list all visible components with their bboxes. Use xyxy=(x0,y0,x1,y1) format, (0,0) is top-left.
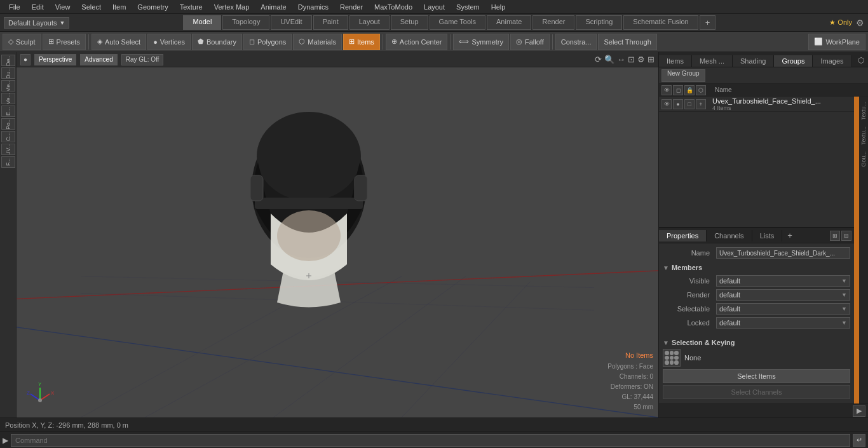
menu-edit[interactable]: Edit xyxy=(27,2,49,12)
select-through-button[interactable]: Select Through xyxy=(598,34,656,50)
menu-view[interactable]: View xyxy=(50,2,76,12)
sculpt-button[interactable]: ◇ Sculpt xyxy=(3,34,41,50)
boundary-button[interactable]: ⬟ Boundary xyxy=(192,34,242,50)
left-panel-item-7[interactable]: UV... xyxy=(1,144,15,155)
rp-tab-shading[interactable]: Shading xyxy=(733,55,774,67)
menu-system[interactable]: System xyxy=(451,2,485,12)
gear-icon[interactable]: ⚙ xyxy=(856,18,864,28)
rvt-item-0[interactable]: Textu... xyxy=(860,99,867,123)
left-panel-item-6[interactable]: C... xyxy=(1,131,15,142)
rp-expand-button[interactable]: ▶ xyxy=(853,405,865,417)
group-item-0[interactable]: 👁 ● □ + Uvex_Turboshield_Face_Shield_...… xyxy=(659,97,854,112)
menu-maxtomodo[interactable]: MaxToModo xyxy=(369,2,417,12)
menu-dynamics[interactable]: Dynamics xyxy=(293,2,334,12)
tab-layout[interactable]: Layout xyxy=(349,15,390,30)
falloff-button[interactable]: ◎ Falloff xyxy=(510,34,550,50)
col-lock-icon[interactable]: 🔒 xyxy=(684,85,695,95)
prop-render-dropdown[interactable]: default ▼ xyxy=(716,289,850,301)
menu-layout[interactable]: Layout xyxy=(419,2,450,12)
menu-select[interactable]: Select xyxy=(76,2,106,12)
vp-raygl[interactable]: Ray GL: Off xyxy=(121,54,164,65)
constraints-button[interactable]: Constra... xyxy=(555,34,597,50)
tab-animate[interactable]: Animate xyxy=(487,15,531,30)
presets-button[interactable]: ⊞ Presets xyxy=(43,34,86,50)
tab-schematicfusion[interactable]: Schematic Fusion xyxy=(623,15,698,30)
left-panel-item-2[interactable]: Me... xyxy=(1,80,15,92)
select-items-button[interactable]: Select Items xyxy=(663,369,850,383)
prop-locked-dropdown[interactable]: default ▼ xyxy=(716,317,850,329)
auto-select-button[interactable]: ◈ Auto Select xyxy=(92,34,146,50)
viewport-zoom-icon[interactable]: 🔍 xyxy=(604,55,614,64)
vp-perspective[interactable]: Perspective xyxy=(34,54,76,65)
prop-visible-dropdown[interactable]: default ▼ xyxy=(716,275,850,287)
rp-tab-images[interactable]: Images xyxy=(813,55,851,67)
command-input[interactable] xyxy=(11,434,850,447)
tab-topology[interactable]: Topology xyxy=(222,15,269,30)
props-expand-btn[interactable]: ⊞ xyxy=(830,231,840,241)
prop-selectable-dropdown[interactable]: default ▼ xyxy=(716,303,850,315)
props-collapse-btn[interactable]: ⊟ xyxy=(841,231,851,241)
left-panel-item-5[interactable]: Po... xyxy=(1,118,15,130)
tab-render[interactable]: Render xyxy=(532,15,574,30)
group-eye-icon[interactable]: 👁 xyxy=(661,99,672,109)
menu-vertexmap[interactable]: Vertex Map xyxy=(209,2,255,12)
props-tab-properties[interactable]: Properties xyxy=(659,230,707,241)
props-tab-lists[interactable]: Lists xyxy=(752,230,783,241)
rp-tab-expand[interactable]: ⬡ xyxy=(854,54,868,67)
vertices-button[interactable]: ● Vertices xyxy=(147,34,191,50)
col-vis-icon[interactable]: ⬡ xyxy=(696,85,706,95)
viewport-settings-icon[interactable]: ⚙ xyxy=(637,55,645,64)
symmetry-button[interactable]: ⟺ Symmetry xyxy=(453,34,509,50)
rp-tab-items[interactable]: Items xyxy=(659,55,692,67)
menu-texture[interactable]: Texture xyxy=(175,2,208,12)
viewport-expand-icon[interactable]: ⊞ xyxy=(648,55,654,64)
materials-button[interactable]: ⬡ Materials xyxy=(293,34,342,50)
rp-tab-groups[interactable]: Groups xyxy=(774,55,813,67)
rvt-item-2[interactable]: Gou... xyxy=(860,149,867,170)
viewport-canvas[interactable]: No Items Polygons : Face Channels: 0 Def… xyxy=(17,67,658,417)
viewport-fit-icon[interactable]: ⊡ xyxy=(628,55,635,64)
menu-render[interactable]: Render xyxy=(335,2,368,12)
left-panel-item-4[interactable]: E... xyxy=(1,105,15,117)
members-section-header[interactable]: ▼ Members xyxy=(663,261,850,274)
layout-dropdown[interactable]: Default Layouts ▼ xyxy=(4,17,69,29)
tab-model[interactable]: Model xyxy=(183,15,221,30)
command-submit-button[interactable]: ↵ xyxy=(853,434,865,447)
menu-help[interactable]: Help xyxy=(486,2,511,12)
menu-geometry[interactable]: Geometry xyxy=(132,2,173,12)
tab-add-button[interactable]: + xyxy=(700,15,716,30)
rvt-item-1[interactable]: Textu... xyxy=(860,124,867,147)
group-vis-icon[interactable]: + xyxy=(696,99,706,109)
col-eye-icon[interactable]: 👁 xyxy=(661,85,672,95)
tab-setup[interactable]: Setup xyxy=(391,15,428,30)
group-lock-icon[interactable]: □ xyxy=(684,99,695,109)
tab-scripting[interactable]: Scripting xyxy=(576,15,622,30)
rp-tab-mesh[interactable]: Mesh ... xyxy=(692,55,733,67)
left-panel-item-8[interactable]: F... xyxy=(1,156,15,168)
props-tab-channels[interactable]: Channels xyxy=(707,230,752,241)
tab-gametools[interactable]: Game Tools xyxy=(430,15,486,30)
col-render-icon[interactable]: ◻ xyxy=(673,85,683,95)
prop-name-value[interactable]: Uvex_Turboshield_Face_Shield_Dark_... xyxy=(716,247,850,259)
polygons-button[interactable]: ◻ Polygons xyxy=(243,34,292,50)
action-center-button[interactable]: ⊕ Action Center xyxy=(386,34,448,50)
menu-file[interactable]: File xyxy=(4,2,25,12)
menu-item[interactable]: Item xyxy=(107,2,131,12)
workplane-button[interactable]: ⬜ WorkPlane xyxy=(808,34,865,50)
group-render-icon[interactable]: ● xyxy=(673,99,683,109)
items-button[interactable]: ⊞ Items xyxy=(343,34,380,50)
select-channels-button[interactable]: Select Channels xyxy=(663,385,850,399)
vp-dot[interactable]: ● xyxy=(20,54,31,65)
menu-animate[interactable]: Animate xyxy=(255,2,291,12)
left-panel-item-3[interactable]: Ve... xyxy=(1,93,15,104)
vp-advanced[interactable]: Advanced xyxy=(80,54,117,65)
left-panel-item-1[interactable]: Du... xyxy=(1,67,15,79)
tab-uvedit[interactable]: UVEdit xyxy=(271,15,311,30)
viewport-pan-icon[interactable]: ↔ xyxy=(617,55,625,64)
new-group-button[interactable]: New Group xyxy=(661,69,705,82)
selection-keying-header[interactable]: ▼ Selection & Keying xyxy=(663,336,850,349)
viewport-rotate-icon[interactable]: ⟳ xyxy=(595,55,602,64)
props-tab-add[interactable]: + xyxy=(782,229,797,242)
left-panel-item-0[interactable]: De... xyxy=(1,55,15,66)
tab-paint[interactable]: Paint xyxy=(313,15,348,30)
